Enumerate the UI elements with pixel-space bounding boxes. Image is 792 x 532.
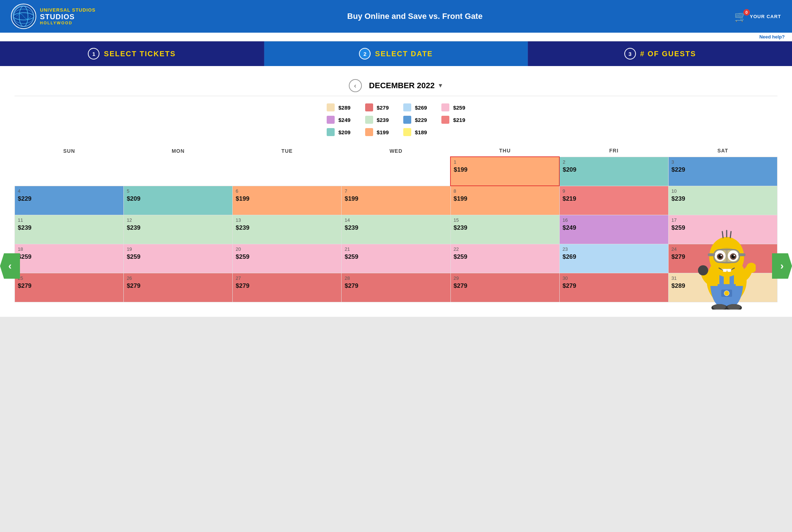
calendar-week-row: 11$23912$23913$23914$23915$23916$24917$2… <box>15 215 777 244</box>
day-number: 23 <box>563 246 665 252</box>
step-1[interactable]: 1 SELECT TICKETS <box>0 41 264 66</box>
calendar-week-row: 1$1992$2093$229 <box>15 157 777 186</box>
calendar-day[interactable] <box>124 157 233 186</box>
svg-rect-15 <box>726 250 728 262</box>
calendar-day[interactable]: 7$199 <box>342 186 450 215</box>
calendar-day[interactable]: 18$259 <box>15 244 124 273</box>
day-price: $239 <box>127 224 229 232</box>
calendar-day[interactable] <box>15 157 124 186</box>
day-price: $239 <box>454 224 556 232</box>
day-number: 27 <box>236 275 338 281</box>
legend-swatch <box>365 128 373 136</box>
calendar-day[interactable]: 10$239 <box>668 186 777 215</box>
day-number: 21 <box>344 246 447 252</box>
day-price: $279 <box>344 282 447 290</box>
price-legend: $289$279$269$259$249$239$229$219$209$199… <box>15 103 777 136</box>
svg-rect-26 <box>723 269 727 272</box>
need-help-bar[interactable]: Need help? <box>0 33 792 41</box>
day-number: 25 <box>18 275 121 281</box>
day-number: 13 <box>236 217 338 223</box>
logo-globe <box>11 4 36 29</box>
day-price: $279 <box>127 282 229 290</box>
logo-studios: STUDIOS <box>40 13 95 21</box>
minion-decoration <box>698 230 756 302</box>
calendar-day[interactable] <box>233 157 342 186</box>
month-dropdown-icon[interactable]: ▼ <box>438 82 444 89</box>
calendar-day[interactable]: 25$279 <box>15 273 124 302</box>
day-price: $279 <box>454 282 556 290</box>
calendar-day[interactable]: 6$199 <box>233 186 342 215</box>
day-price: $239 <box>671 195 774 202</box>
prev-slide-button[interactable]: ‹ <box>0 253 20 279</box>
calendar-week-row: 18$25919$25920$25921$25922$25923$26924$2… <box>15 244 777 273</box>
day-price: $249 <box>563 224 665 232</box>
legend-item: $219 <box>441 116 465 124</box>
day-number: 14 <box>344 217 447 223</box>
step-3[interactable]: 3 # OF GUESTS <box>528 41 792 66</box>
calendar-day[interactable]: 12$239 <box>124 215 233 244</box>
calendar-day[interactable]: 13$239 <box>233 215 342 244</box>
day-number: 22 <box>454 246 556 252</box>
calendar-day[interactable] <box>342 157 450 186</box>
legend-swatch <box>403 116 411 124</box>
prev-month-button[interactable]: ‹ <box>349 79 362 92</box>
cart-label: YOUR CART <box>750 14 781 19</box>
step-2-label: SELECT DATE <box>375 50 433 58</box>
month-title: DECEMBER 2022 ▼ <box>369 81 444 90</box>
cart-area[interactable]: 🛒 0 YOUR CART <box>734 11 781 22</box>
calendar-day[interactable]: 21$259 <box>342 244 450 273</box>
step-3-circle: 3 <box>624 48 636 60</box>
day-of-week-header: MON <box>124 145 233 157</box>
day-price: $209 <box>127 195 229 202</box>
day-price: $229 <box>18 195 121 202</box>
calendar-day[interactable]: 9$219 <box>559 186 668 215</box>
calendar-day[interactable]: 28$279 <box>342 273 450 302</box>
calendar-day[interactable]: 20$259 <box>233 244 342 273</box>
day-number: 16 <box>563 217 665 223</box>
day-number: 18 <box>18 246 121 252</box>
calendar-day[interactable]: 19$259 <box>124 244 233 273</box>
calendar-day[interactable]: 16$249 <box>559 215 668 244</box>
day-number: 10 <box>671 188 774 194</box>
calendar-day[interactable]: 8$199 <box>450 186 559 215</box>
calendar-day[interactable]: 30$279 <box>559 273 668 302</box>
calendar-day[interactable]: 26$279 <box>124 273 233 302</box>
calendar-day[interactable]: 1$199 <box>450 157 559 186</box>
calendar-day[interactable]: 29$279 <box>450 273 559 302</box>
month-label: DECEMBER 2022 <box>369 81 435 90</box>
legend-swatch <box>403 128 411 136</box>
day-number: 15 <box>454 217 556 223</box>
day-price: $259 <box>344 253 447 261</box>
cart-icon-wrap[interactable]: 🛒 0 <box>734 11 747 22</box>
day-number: 4 <box>18 188 121 194</box>
steps-nav: 1 SELECT TICKETS 2 SELECT DATE 3 # OF GU… <box>0 41 792 66</box>
legend-swatch <box>327 116 335 124</box>
svg-rect-25 <box>738 253 746 256</box>
calendar-day[interactable]: 4$229 <box>15 186 124 215</box>
svg-point-33 <box>698 265 708 275</box>
calendar-day[interactable]: 22$259 <box>450 244 559 273</box>
day-price: $259 <box>18 253 121 261</box>
next-slide-button[interactable]: › <box>772 253 792 279</box>
legend-price: $279 <box>377 105 389 111</box>
day-price: $259 <box>127 253 229 261</box>
day-number: 17 <box>671 217 774 223</box>
day-number: 20 <box>236 246 338 252</box>
calendar-day[interactable]: 14$239 <box>342 215 450 244</box>
step-2[interactable]: 2 SELECT DATE <box>264 41 528 66</box>
day-price: $219 <box>563 195 665 202</box>
calendar-day[interactable]: 5$209 <box>124 186 233 215</box>
legend-price: $189 <box>415 129 427 135</box>
legend-price: $269 <box>415 105 427 111</box>
calendar-day[interactable]: 11$239 <box>15 215 124 244</box>
calendar-day[interactable]: 2$209 <box>559 157 668 186</box>
header-tagline: Buy Online and Save vs. Front Gate <box>347 12 483 21</box>
legend-swatch <box>327 103 335 111</box>
calendar-day[interactable]: 15$239 <box>450 215 559 244</box>
legend-swatch <box>441 116 449 124</box>
day-number: 12 <box>127 217 229 223</box>
day-of-week-header: THU <box>450 145 559 157</box>
calendar-day[interactable]: 3$229 <box>668 157 777 186</box>
calendar-day[interactable]: 23$269 <box>559 244 668 273</box>
calendar-day[interactable]: 27$279 <box>233 273 342 302</box>
